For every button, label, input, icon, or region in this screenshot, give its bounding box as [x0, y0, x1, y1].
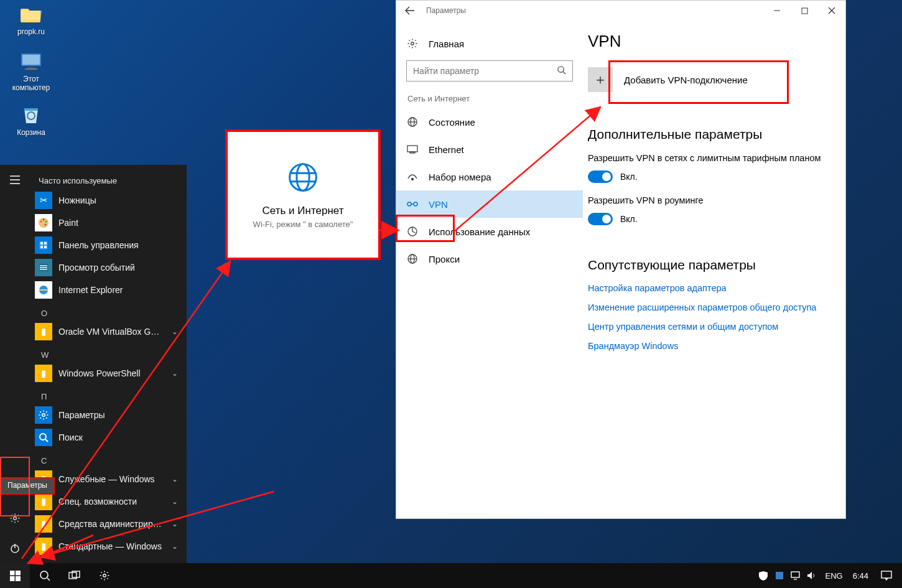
chevron-down-icon: ⌄ — [168, 520, 182, 528]
nav-item-dialup[interactable]: Набор номера — [396, 163, 583, 190]
start-menu-item-event-viewer[interactable]: Просмотр событий — [30, 256, 187, 279]
svg-rect-32 — [407, 146, 417, 152]
gear-icon — [406, 38, 419, 49]
scissors-icon: ✂ — [35, 192, 52, 209]
hamburger-icon[interactable] — [0, 165, 30, 195]
svg-rect-33 — [410, 152, 415, 153]
close-button[interactable] — [818, 1, 845, 21]
svg-point-10 — [43, 219, 45, 221]
tray-volume-icon[interactable] — [807, 571, 817, 581]
svg-point-25 — [290, 164, 317, 190]
nav-home[interactable]: Главная — [396, 29, 583, 58]
start-menu-item-virtualbox[interactable]: ▮ Oracle VM VirtualBox Guest A... ⌄ — [30, 320, 187, 343]
start-menu-list[interactable]: Часто используемые ✂ Ножницы Paint Панел… — [30, 165, 187, 563]
start-menu-header: Часто используемые — [30, 170, 187, 189]
settings-search-input[interactable] — [413, 66, 557, 76]
link-firewall[interactable]: Брандмауэр Windows — [588, 340, 824, 352]
link-adapter-settings[interactable]: Настройка параметров адаптера — [588, 282, 824, 294]
task-view-icon[interactable] — [60, 563, 90, 588]
taskbar-app-settings[interactable] — [90, 563, 119, 588]
tray-vbox-icon[interactable] — [774, 571, 784, 581]
paint-icon — [35, 214, 52, 231]
folder-icon: ▮ — [35, 538, 52, 555]
svg-rect-1 — [22, 55, 40, 65]
chevron-down-icon: ⌄ — [168, 542, 182, 551]
link-sharing-settings[interactable]: Изменение расширенных параметров общего … — [588, 302, 824, 314]
nav-item-data-usage[interactable]: Использование данных — [396, 218, 583, 245]
nav-item-vpn[interactable]: VPN — [396, 190, 583, 218]
start-menu-item-accessories[interactable]: ▮ Стандартные — Windows ⌄ — [30, 535, 187, 558]
start-menu-item-powershell[interactable]: ▮ Windows PowerShell ⌄ — [30, 362, 187, 385]
data-usage-icon — [406, 226, 419, 237]
svg-rect-48 — [776, 572, 783, 579]
dialup-icon — [406, 172, 419, 181]
start-menu-group-o[interactable]: O — [30, 301, 187, 320]
svg-rect-2 — [27, 67, 35, 68]
advanced-header: Дополнительные параметры — [588, 127, 824, 142]
svg-rect-3 — [25, 68, 37, 70]
start-menu-item-snipping[interactable]: ✂ Ножницы — [30, 189, 187, 212]
control-panel-icon — [35, 236, 52, 254]
add-vpn-button[interactable]: ＋ Добавить VPN-подключение — [588, 65, 824, 95]
toggle-switch[interactable] — [588, 213, 613, 225]
svg-rect-19 — [40, 265, 47, 266]
maximize-button[interactable] — [791, 1, 818, 21]
start-menu-item-paint[interactable]: Paint — [30, 212, 187, 234]
back-button[interactable] — [396, 1, 424, 21]
start-menu-item-ie[interactable]: Internet Explorer — [30, 279, 187, 301]
tray-shield-icon[interactable] — [758, 571, 768, 581]
setting-metered-label: Разрешить VPN в сетях с лимитным тарифны… — [588, 152, 824, 164]
toggle-roaming[interactable]: Вкл. — [588, 213, 824, 225]
start-menu-item-label: Ножницы — [58, 195, 182, 205]
desktop-icon-this-pc[interactable]: Этот компьютер — [6, 50, 56, 92]
nav-item-ethernet[interactable]: Ethernet — [396, 136, 583, 163]
action-center-icon[interactable] — [875, 563, 898, 588]
nav-item-label: Набор номера — [429, 172, 491, 182]
globe-icon — [406, 116, 419, 128]
svg-rect-40 — [10, 571, 15, 576]
start-menu-group-s[interactable]: С — [30, 449, 187, 468]
plus-icon: ＋ — [588, 67, 613, 92]
settings-search[interactable] — [406, 60, 573, 82]
setting-roaming-label: Разрешить VPN в роуминге — [588, 194, 824, 207]
toggle-switch[interactable] — [588, 170, 613, 183]
link-network-center[interactable]: Центр управления сетями и общим доступом — [588, 321, 824, 333]
start-menu-group-p[interactable]: П — [30, 385, 187, 404]
nav-item-status[interactable]: Состояние — [396, 108, 583, 136]
tray-network-icon[interactable] — [791, 571, 801, 581]
svg-rect-17 — [44, 246, 47, 248]
svg-rect-49 — [791, 572, 799, 577]
settings-titlebar[interactable]: Параметры — [396, 1, 845, 21]
start-menu-item-search[interactable]: Поиск — [30, 426, 187, 449]
svg-rect-16 — [40, 246, 43, 248]
desktop-icon-recycle-bin[interactable]: Корзина — [6, 103, 56, 137]
minimize-button[interactable] — [763, 1, 791, 21]
svg-rect-14 — [40, 242, 43, 245]
start-menu-group-w[interactable]: W — [30, 343, 187, 362]
toggle-metered[interactable]: Вкл. — [588, 170, 824, 183]
settings-tile-network[interactable]: Сеть и Интернет Wi-Fi, режим " в самолет… — [225, 129, 381, 260]
start-menu-item-admin-tools[interactable]: ▮ Средства администрировани... ⌄ — [30, 513, 187, 535]
svg-point-29 — [558, 67, 564, 72]
taskbar-search-icon[interactable] — [30, 563, 60, 588]
svg-point-26 — [297, 164, 309, 190]
start-menu-item-label: Спец. возможности — [58, 497, 162, 506]
nav-item-proxy[interactable]: Прокси — [396, 245, 583, 273]
desktop-icon-propk[interactable]: propk.ru — [6, 2, 56, 36]
system-tray[interactable] — [755, 571, 821, 581]
svg-point-23 — [42, 414, 45, 417]
nav-section-label: Сеть и Интернет — [396, 90, 583, 108]
start-menu-item-control-panel[interactable]: Панель управления — [30, 234, 187, 256]
tray-clock[interactable]: 6:44 — [848, 571, 873, 581]
svg-point-24 — [40, 434, 46, 440]
tray-language[interactable]: ENG — [822, 571, 847, 581]
nav-item-label: VPN — [429, 199, 448, 210]
pc-icon — [19, 50, 43, 73]
svg-point-35 — [407, 202, 411, 206]
start-button[interactable] — [0, 563, 30, 588]
folder-icon: ▮ — [35, 365, 52, 382]
rail-settings-icon[interactable] — [0, 503, 30, 533]
rail-power-icon[interactable] — [0, 533, 30, 563]
taskbar[interactable]: ENG 6:44 — [0, 563, 902, 588]
start-menu-item-settings[interactable]: Параметры — [30, 404, 187, 426]
